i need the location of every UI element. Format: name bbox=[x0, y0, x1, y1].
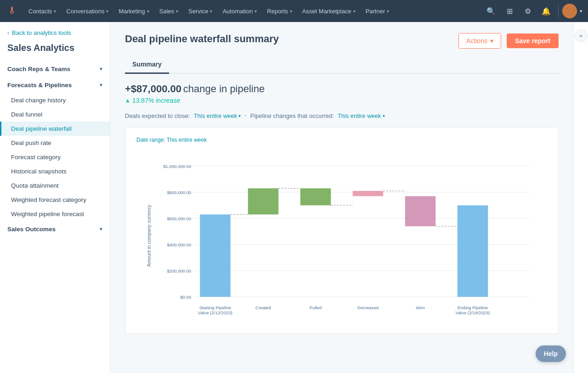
bar-starting-pipeline bbox=[200, 214, 231, 297]
nav-marketing[interactable]: Marketing▾ bbox=[114, 0, 153, 22]
x-label-starting-date: Value (2/12/2023) bbox=[198, 310, 232, 315]
sidebar-item-historical-snapshots[interactable]: Historical snapshots bbox=[0, 164, 110, 178]
nav-sales[interactable]: Sales▾ bbox=[155, 0, 183, 22]
hubspot-logo[interactable] bbox=[6, 5, 18, 17]
sidebar-section-sales-outcomes[interactable]: Sales Outcomes ▾ bbox=[0, 221, 110, 237]
tabs-container: Summary bbox=[125, 56, 559, 74]
sidebar-section-coach-reps[interactable]: Coach Reps & Teams ▾ bbox=[0, 61, 110, 77]
pipeline-filter-value[interactable]: This entire week ▾ bbox=[338, 112, 385, 119]
stats-block: +$87,000.00 change in pipeline ▲ 13.87% … bbox=[125, 83, 559, 104]
y-label: $800,000.00 bbox=[167, 190, 191, 195]
sidebar-section-forecasts[interactable]: Forecasts & Pipelines ▾ bbox=[0, 77, 110, 93]
chart-wrapper: Amount in company currency $1,000,000.00… bbox=[136, 149, 547, 324]
nav-automation[interactable]: Automation▾ bbox=[218, 0, 261, 22]
sidebar-item-deal-push-rate[interactable]: Deal push rate bbox=[0, 136, 110, 150]
bar-decreased bbox=[353, 191, 384, 196]
grid-button[interactable]: ⊞ bbox=[501, 3, 518, 19]
increase-arrow-icon: ▲ bbox=[125, 97, 130, 104]
chart-date-range: Date range: This entire week bbox=[136, 137, 547, 143]
filter-separator: · bbox=[244, 111, 246, 120]
actions-label: Actions bbox=[466, 37, 487, 45]
notifications-button[interactable]: 🔔 bbox=[538, 3, 554, 19]
sidebar-item-weighted-forecast[interactable]: Weighted forecast category bbox=[0, 193, 110, 207]
sidebar-item-forecast-category[interactable]: Forecast category bbox=[0, 150, 110, 164]
save-report-button[interactable]: Save report bbox=[507, 33, 559, 48]
x-label-won: Won bbox=[416, 305, 424, 310]
x-label-decreased: Decreased bbox=[357, 305, 379, 310]
chevron-down-icon: ▾ bbox=[100, 66, 102, 72]
y-label: $200,000.00 bbox=[167, 268, 191, 273]
settings-button[interactable]: ⚙ bbox=[520, 3, 536, 19]
search-button[interactable]: 🔍 bbox=[483, 3, 499, 19]
y-label: $0.00 bbox=[180, 295, 191, 300]
x-label-pulled: Pulled bbox=[310, 305, 322, 310]
x-label-ending: Ending Pipeline bbox=[458, 305, 488, 310]
nav-asset-marketplace[interactable]: Asset Marketplace▾ bbox=[298, 0, 360, 22]
x-label-created: Created bbox=[255, 305, 271, 310]
section-label: Coach Reps & Teams bbox=[7, 66, 70, 72]
top-navigation: Contacts▾ Conversations▾ Marketing▾ Sale… bbox=[0, 0, 588, 22]
sidebar-item-quota-attainment[interactable]: Quota attainment bbox=[0, 178, 110, 193]
avatar-chevron[interactable]: ▾ bbox=[580, 8, 582, 14]
pipeline-filter-label: Pipeline changes that occurred: bbox=[250, 112, 334, 119]
header-actions: Actions ▾ Save report bbox=[458, 33, 559, 49]
back-arrow-icon: ‹ bbox=[7, 30, 9, 36]
nav-reports[interactable]: Reports▾ bbox=[262, 0, 297, 22]
deals-filter-label: Deals expected to close: bbox=[125, 112, 190, 119]
stats-percent: ▲ 13.87% increase bbox=[125, 97, 559, 104]
date-range-value: This entire week bbox=[167, 137, 207, 143]
y-label: $400,000.00 bbox=[167, 242, 191, 247]
page-title: Deal pipeline waterfall summary bbox=[125, 33, 279, 45]
deals-filter-value[interactable]: This entire week ▾ bbox=[194, 112, 241, 119]
y-label: $600,000.00 bbox=[167, 216, 191, 221]
topnav-right-icons: 🔍 ⊞ ⚙ 🔔 ▾ bbox=[483, 3, 582, 19]
nav-conversations[interactable]: Conversations▾ bbox=[62, 0, 113, 22]
nav-divider bbox=[558, 4, 559, 18]
filters-bar: Deals expected to close: This entire wee… bbox=[125, 111, 559, 120]
actions-caret-icon: ▾ bbox=[490, 37, 493, 45]
nav-contacts[interactable]: Contacts▾ bbox=[24, 0, 61, 22]
bar-created bbox=[248, 188, 279, 214]
waterfall-chart: Amount in company currency $1,000,000.00… bbox=[136, 149, 547, 323]
section-label: Sales Outcomes bbox=[7, 226, 56, 233]
nav-service[interactable]: Service▾ bbox=[184, 0, 217, 22]
collapse-panel-button[interactable]: « bbox=[575, 29, 588, 42]
sidebar-item-weighted-pipeline[interactable]: Weighted pipeline forecast bbox=[0, 207, 110, 221]
date-range-label: Date range: bbox=[136, 137, 165, 143]
user-avatar[interactable] bbox=[562, 4, 577, 18]
sidebar-item-deal-pipeline-waterfall[interactable]: Deal pipeline waterfall bbox=[0, 122, 110, 136]
pipeline-filter-text: This entire week bbox=[338, 112, 381, 119]
y-label: $1,000,000.00 bbox=[163, 164, 191, 169]
filter-caret-icon: ▾ bbox=[238, 113, 241, 118]
deals-filter-text: This entire week bbox=[194, 112, 237, 119]
y-axis-label: Amount in company currency bbox=[147, 205, 152, 267]
help-button[interactable]: Help bbox=[536, 345, 566, 362]
percent-value: 13.87% increase bbox=[132, 97, 180, 104]
back-link[interactable]: ‹ Back to analytics tools bbox=[0, 29, 110, 42]
right-panel: « bbox=[573, 22, 588, 373]
main-layout: ‹ Back to analytics tools Sales Analytic… bbox=[0, 22, 588, 373]
chevron-down-icon: ▾ bbox=[100, 82, 102, 88]
section-label: Forecasts & Pipelines bbox=[7, 82, 72, 89]
tab-summary[interactable]: Summary bbox=[125, 56, 169, 74]
back-label: Back to analytics tools bbox=[12, 29, 71, 36]
filter-caret-icon: ▾ bbox=[383, 113, 385, 118]
chevron-down-icon: ▾ bbox=[100, 226, 102, 232]
main-content: Deal pipeline waterfall summary Actions … bbox=[110, 22, 573, 373]
actions-button[interactable]: Actions ▾ bbox=[458, 33, 501, 49]
bar-won bbox=[405, 196, 436, 227]
chart-card: Date range: This entire week Amount in c… bbox=[125, 127, 559, 334]
x-label-starting: Starting Pipeline bbox=[199, 305, 231, 310]
nav-items: Contacts▾ Conversations▾ Marketing▾ Sale… bbox=[24, 0, 483, 22]
sidebar-item-deal-funnel[interactable]: Deal funnel bbox=[0, 107, 110, 122]
sidebar-title: Sales Analytics bbox=[0, 42, 110, 61]
page-header: Deal pipeline waterfall summary Actions … bbox=[125, 33, 559, 49]
stats-change-label: change in pipeline bbox=[183, 83, 265, 95]
bar-ending-pipeline bbox=[458, 206, 488, 297]
sidebar-item-deal-change-history[interactable]: Deal change history bbox=[0, 93, 110, 107]
bar-pulled bbox=[300, 188, 331, 205]
stats-change-value: +$87,000.00 bbox=[125, 83, 181, 95]
sidebar: ‹ Back to analytics tools Sales Analytic… bbox=[0, 22, 110, 373]
x-label-ending-date: Value (2/18/2023) bbox=[456, 310, 490, 315]
nav-partner[interactable]: Partner▾ bbox=[361, 0, 394, 22]
